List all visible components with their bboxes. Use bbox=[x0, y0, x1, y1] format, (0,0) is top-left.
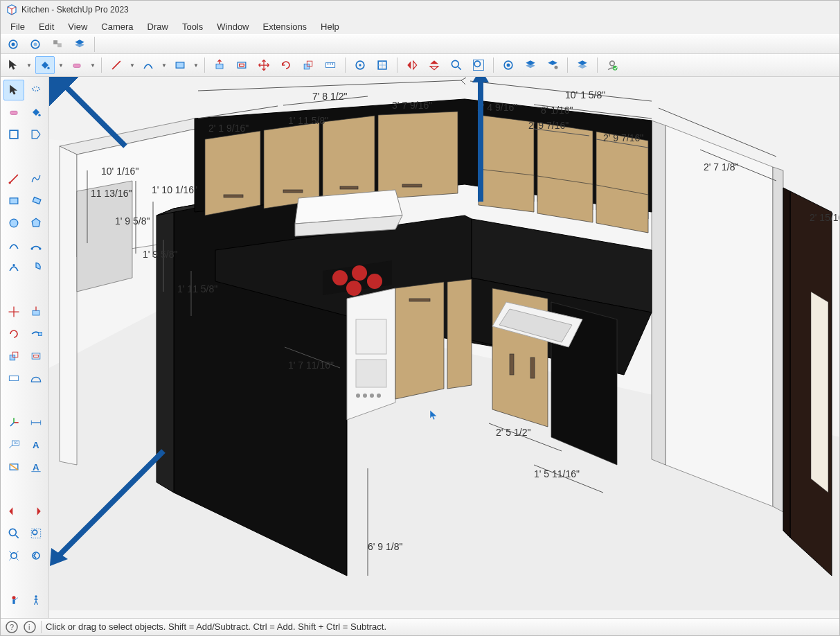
scale-tool-icon[interactable] bbox=[3, 346, 24, 366]
svg-rect-47 bbox=[33, 355, 38, 357]
3d-text-tool-icon[interactable]: A bbox=[26, 434, 46, 455]
position-camera-tool-icon[interactable] bbox=[3, 590, 24, 610]
ext-gear2-icon[interactable] bbox=[26, 35, 45, 53]
paint-bucket-tool-icon[interactable] bbox=[35, 56, 55, 74]
offset-tool-icon[interactable] bbox=[26, 346, 46, 366]
3pt-arc-tool-icon[interactable] bbox=[3, 257, 24, 278]
warehouse-tool-icon[interactable] bbox=[350, 56, 370, 74]
flip-v-tool-icon[interactable] bbox=[26, 501, 46, 522]
svg-rect-103 bbox=[340, 186, 358, 189]
svg-line-51 bbox=[10, 423, 14, 426]
rotate-tool-icon[interactable] bbox=[276, 56, 296, 74]
line-dropdown-icon[interactable]: ▼ bbox=[129, 62, 136, 69]
paint-bucket-tool-icon[interactable] bbox=[26, 102, 46, 123]
zoom-extents-tool-icon[interactable] bbox=[469, 56, 488, 74]
menu-view[interactable]: View bbox=[61, 20, 94, 33]
paint-dropdown-icon[interactable]: ▼ bbox=[57, 62, 64, 69]
pie-tool-icon[interactable] bbox=[26, 257, 46, 278]
model-viewport[interactable]: 7' 8 1/2" 3' 7 9/16" 10' 1 5/8" 8' 1/16"… bbox=[49, 77, 839, 618]
select-dropdown-icon[interactable]: ▼ bbox=[26, 62, 33, 69]
svg-rect-69 bbox=[12, 599, 15, 604]
flip-v-tool-icon[interactable] bbox=[425, 56, 444, 74]
zoom-window-tool-icon[interactable] bbox=[26, 523, 46, 544]
scale-tool-icon[interactable] bbox=[298, 56, 318, 74]
section-tool-icon[interactable]: A bbox=[26, 457, 46, 477]
component-tool-icon[interactable] bbox=[373, 56, 392, 74]
select-tool-icon[interactable] bbox=[3, 80, 24, 100]
svg-text:?: ? bbox=[10, 623, 14, 631]
prev-view-tool-icon[interactable] bbox=[26, 545, 46, 566]
offset-tool-icon[interactable] bbox=[232, 56, 251, 74]
svg-marker-102 bbox=[323, 116, 375, 203]
svg-rect-130 bbox=[409, 299, 430, 301]
tag-folder-tool-icon[interactable] bbox=[543, 56, 562, 74]
zoom-tool-icon[interactable] bbox=[447, 56, 466, 74]
follow-me-tool-icon[interactable] bbox=[26, 324, 46, 344]
rotate-tool-icon[interactable] bbox=[3, 324, 24, 344]
ext-cubes-icon[interactable] bbox=[48, 35, 67, 53]
app-logo-icon bbox=[6, 4, 17, 15]
svg-line-57 bbox=[9, 445, 12, 448]
text-tool-icon[interactable]: A1 bbox=[3, 434, 24, 455]
ext-layers-icon[interactable] bbox=[70, 35, 89, 53]
menu-camera[interactable]: Camera bbox=[94, 20, 140, 33]
zoom-extents-tool-icon[interactable] bbox=[3, 545, 24, 566]
push-pull-tool-icon[interactable] bbox=[210, 56, 229, 74]
flip-h-tool-icon[interactable] bbox=[402, 56, 422, 74]
zoom-tool-icon[interactable] bbox=[3, 523, 24, 544]
menu-tools[interactable]: Tools bbox=[175, 20, 210, 33]
svg-point-125 bbox=[356, 394, 360, 398]
user-signin-icon[interactable] bbox=[602, 56, 622, 74]
section-plane-tool-icon[interactable] bbox=[3, 457, 24, 477]
menu-extensions[interactable]: Extensions bbox=[256, 20, 314, 33]
rotated-rect-tool-icon[interactable] bbox=[26, 191, 46, 211]
svg-text:A: A bbox=[33, 440, 39, 450]
ext-gear1-icon[interactable] bbox=[3, 35, 23, 53]
move-tool-icon[interactable] bbox=[3, 301, 24, 322]
push-pull-tool-icon[interactable] bbox=[26, 301, 46, 322]
help-icon[interactable]: ? bbox=[5, 620, 19, 634]
menu-file[interactable]: File bbox=[3, 20, 32, 33]
component-tool-icon[interactable] bbox=[3, 124, 24, 145]
move-tool-icon[interactable] bbox=[254, 56, 274, 74]
tags-tool-icon[interactable] bbox=[521, 56, 540, 74]
dimension-tool-icon[interactable] bbox=[26, 412, 46, 433]
flip-h-tool-icon[interactable] bbox=[3, 501, 24, 522]
eraser-tool-icon[interactable] bbox=[67, 56, 87, 74]
2pt-arc-tool-icon[interactable] bbox=[26, 235, 46, 256]
line-tool-icon[interactable] bbox=[3, 168, 24, 189]
menu-help[interactable]: Help bbox=[314, 20, 346, 33]
circle-tool-icon[interactable] bbox=[3, 213, 24, 233]
eraser-dropdown-icon[interactable]: ▼ bbox=[89, 62, 96, 69]
styles-tool-icon[interactable] bbox=[573, 56, 592, 74]
info-icon[interactable]: i bbox=[23, 620, 37, 634]
arc-tool-icon[interactable] bbox=[3, 235, 24, 256]
menu-edit[interactable]: Edit bbox=[32, 20, 61, 33]
arc-dropdown-icon[interactable]: ▼ bbox=[161, 62, 168, 69]
walk-tool-icon[interactable] bbox=[26, 590, 46, 610]
freehand-tool-icon[interactable] bbox=[26, 168, 46, 189]
menu-window[interactable]: Window bbox=[210, 20, 256, 33]
select-tool-icon[interactable] bbox=[3, 56, 23, 74]
menu-draw[interactable]: Draw bbox=[141, 20, 175, 33]
svg-point-6 bbox=[47, 67, 49, 69]
axes-tool-icon[interactable] bbox=[3, 412, 24, 433]
svg-rect-124 bbox=[356, 360, 386, 387]
svg-rect-99 bbox=[224, 195, 243, 197]
tape-tool-icon[interactable] bbox=[321, 56, 340, 74]
lasso-tool-icon[interactable] bbox=[26, 80, 46, 100]
svg-rect-134 bbox=[530, 357, 535, 378]
line-tool-icon[interactable] bbox=[107, 56, 126, 74]
protractor-tool-icon[interactable] bbox=[26, 368, 46, 389]
svg-marker-89 bbox=[652, 121, 665, 465]
tag-tool-icon[interactable] bbox=[26, 124, 46, 145]
eraser-tool-icon[interactable] bbox=[3, 102, 24, 123]
svg-rect-123 bbox=[356, 319, 386, 354]
outliner-tool-icon[interactable] bbox=[499, 56, 518, 74]
tape-tool-icon[interactable] bbox=[3, 368, 24, 389]
rect-dropdown-icon[interactable]: ▼ bbox=[193, 62, 199, 69]
polygon-tool-icon[interactable] bbox=[26, 213, 46, 233]
rectangle-tool-icon[interactable] bbox=[170, 56, 190, 74]
arc-tool-icon[interactable] bbox=[138, 56, 158, 74]
rectangle-tool-icon[interactable] bbox=[3, 191, 24, 211]
